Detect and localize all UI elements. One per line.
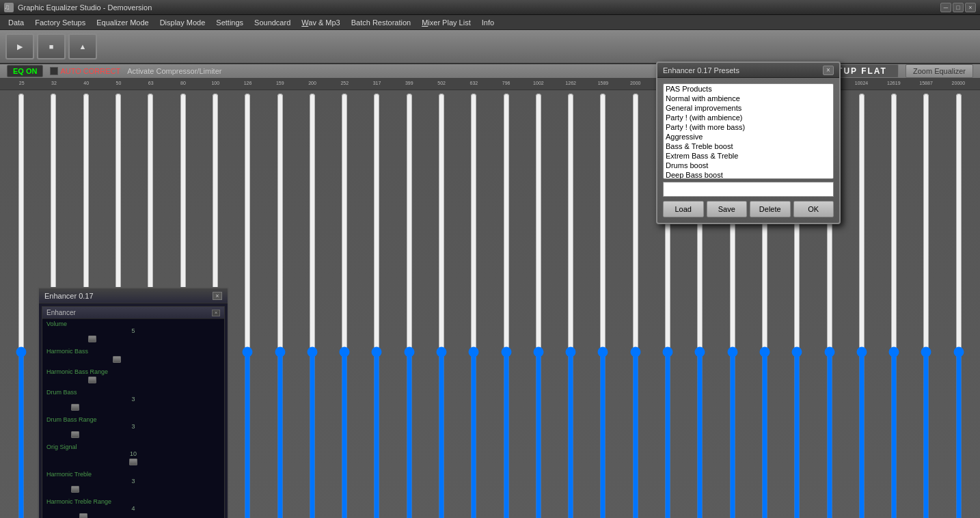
harmonic-bass-param: Harmonic Bass bbox=[42, 346, 224, 367]
orig-signal-param: Orig Signal 10 bbox=[42, 442, 224, 469]
presets-listbox[interactable]: PAS Products Normal with ambience Genera… bbox=[663, 83, 834, 179]
menu-wav-mp3[interactable]: Wav & Mp3 bbox=[296, 17, 345, 28]
enhancer-inner: Enhancer × Volume 5 Harmonic Bass Harmon… bbox=[42, 306, 225, 518]
menu-factory-setups[interactable]: Factory Setups bbox=[29, 17, 91, 28]
save-button[interactable]: Save bbox=[707, 201, 748, 217]
zoom-eq-button[interactable]: Zoom Equalizer bbox=[906, 64, 973, 78]
auto-correct-label: AUTO CORRECT bbox=[60, 67, 120, 75]
eq-slider-col-20000 bbox=[943, 93, 975, 518]
eq-band-slider-1262[interactable] bbox=[565, 93, 576, 518]
volume-param: Volume 5 bbox=[42, 319, 224, 346]
enhancer-panel: Enhancer 0.17 × Enhancer × Volume 5 Harm… bbox=[38, 287, 229, 518]
eq-band-slider-200[interactable] bbox=[307, 93, 318, 518]
dialog-titlebar: Enhancer 0.17 Presets × bbox=[657, 63, 839, 78]
drum-bass-label: Drum Bass bbox=[46, 389, 220, 396]
auto-correct: AUTO CORRECT bbox=[50, 67, 120, 75]
enhancer-inner-title-label: Enhancer bbox=[46, 309, 212, 316]
eq-band-slider-2000[interactable] bbox=[630, 93, 641, 518]
harmonic-bass-range-param: Harmonic Bass Range bbox=[42, 367, 224, 387]
drum-bass-range-label: Drum Bass Range bbox=[46, 416, 220, 423]
dialog-buttons: Load Save Delete OK bbox=[663, 201, 834, 217]
menu-batch-restoration[interactable]: Batch Restoration bbox=[346, 17, 416, 28]
minimize-button[interactable]: ─ bbox=[940, 3, 951, 12]
toolbar: ▶ ■ ▲ bbox=[0, 30, 980, 64]
drum-bass-range-param: Drum Bass Range 3 bbox=[42, 415, 224, 442]
drum-bass-range-slider[interactable] bbox=[46, 430, 220, 439]
drum-bass-param: Drum Bass 3 bbox=[42, 387, 224, 415]
eq-slider-col-796 bbox=[490, 93, 521, 518]
harmonic-bass-label: Harmonic Bass bbox=[46, 348, 220, 355]
dialog-body: PAS Products Normal with ambience Genera… bbox=[657, 78, 839, 223]
harmonic-treble-label: Harmonic Treble bbox=[46, 471, 220, 478]
stop-button[interactable]: ■ bbox=[37, 33, 66, 59]
preset-name-input[interactable] bbox=[663, 182, 834, 197]
harmonic-treble-param: Harmonic Treble 3 bbox=[42, 469, 224, 497]
eq-slider-col-1262 bbox=[555, 93, 586, 518]
menubar: Data Factory Setups Equalizer Mode Displ… bbox=[0, 15, 980, 30]
eq-band-slider-20000[interactable] bbox=[953, 93, 964, 518]
harmonic-treble-range-param: Harmonic Treble Range 4 bbox=[42, 497, 224, 518]
eq-slider-col-252 bbox=[329, 93, 360, 518]
eq-band-slider-796[interactable] bbox=[501, 93, 512, 518]
delete-button[interactable]: Delete bbox=[750, 201, 791, 217]
eq-band-slider-12619[interactable] bbox=[888, 93, 899, 518]
menu-data[interactable]: Data bbox=[3, 17, 29, 28]
menu-display-mode[interactable]: Display Mode bbox=[154, 17, 211, 28]
harmonic-treble-slider[interactable] bbox=[46, 485, 220, 494]
eq-slider-col-1589 bbox=[587, 93, 618, 518]
eq-band-slider-317[interactable] bbox=[371, 93, 382, 518]
eq-band-slider-159[interactable] bbox=[275, 93, 286, 518]
activate-limiter-label: Activate Compressor/Limiter bbox=[127, 67, 221, 75]
eq-band-slider-126[interactable] bbox=[242, 93, 253, 518]
app-icon: ♫ bbox=[4, 3, 14, 12]
menu-mixer-play-list[interactable]: Mixer Play List bbox=[416, 17, 476, 28]
dialog-title: Enhancer 0.17 Presets bbox=[663, 66, 823, 74]
eq-slider-col-502 bbox=[426, 93, 457, 518]
eq-slider-col-2000 bbox=[620, 93, 651, 518]
ok-button[interactable]: OK bbox=[793, 201, 834, 217]
titlebar: ♫ Graphic Equalizer Studio - Demoversion… bbox=[0, 0, 980, 15]
eq-band-slider-632[interactable] bbox=[468, 93, 479, 518]
dialog-close-button[interactable]: × bbox=[823, 66, 834, 75]
eq-slider-col-317 bbox=[361, 93, 392, 518]
harmonic-treble-range-slider[interactable] bbox=[46, 512, 220, 518]
enhancer-panel-titlebar: Enhancer 0.17 × bbox=[39, 288, 228, 303]
volume-label: Volume bbox=[46, 321, 220, 327]
load-button[interactable]: Load bbox=[663, 201, 704, 217]
eq-band-slider-502[interactable] bbox=[436, 93, 447, 518]
eq-slider-col-25 bbox=[5, 93, 37, 518]
eq-slider-col-632 bbox=[458, 93, 489, 518]
eq-band-slider-399[interactable] bbox=[404, 93, 415, 518]
eq-slider-col-200 bbox=[297, 93, 328, 518]
eq-slider-col-15887 bbox=[910, 93, 942, 518]
close-button[interactable]: × bbox=[965, 3, 976, 12]
enhancer-panel-close[interactable]: × bbox=[213, 292, 222, 300]
menu-settings[interactable]: Settings bbox=[210, 17, 249, 28]
eq-band-slider-1002[interactable] bbox=[533, 93, 544, 518]
eject-button[interactable]: ▲ bbox=[68, 33, 97, 59]
eq-band-slider-25[interactable] bbox=[16, 93, 27, 518]
eq-slider-col-1002 bbox=[523, 93, 554, 518]
orig-signal-label: Orig Signal bbox=[46, 444, 220, 450]
eq-on-button[interactable]: EQ ON bbox=[7, 65, 43, 77]
eq-slider-col-10024 bbox=[846, 93, 877, 518]
harmonic-bass-range-slider[interactable] bbox=[46, 375, 220, 385]
enhancer-presets-dialog: Enhancer 0.17 Presets × PAS Products Nor… bbox=[656, 62, 841, 224]
menu-soundcard[interactable]: Soundcard bbox=[249, 17, 296, 28]
app-title: Graphic Equalizer Studio - Demoversion bbox=[18, 3, 940, 12]
play-button[interactable]: ▶ bbox=[5, 33, 34, 59]
drum-bass-slider[interactable] bbox=[46, 403, 220, 412]
enhancer-inner-close[interactable]: × bbox=[212, 310, 220, 316]
eq-band-slider-1589[interactable] bbox=[597, 93, 608, 518]
enhancer-inner-titlebar: Enhancer × bbox=[42, 307, 224, 319]
eq-band-slider-15887[interactable] bbox=[921, 93, 931, 518]
orig-signal-slider[interactable] bbox=[46, 457, 220, 467]
eq-band-slider-10024[interactable] bbox=[856, 93, 867, 518]
eq-band-slider-252[interactable] bbox=[339, 93, 350, 518]
auto-correct-checkbox[interactable] bbox=[50, 67, 58, 75]
maximize-button[interactable]: □ bbox=[953, 3, 964, 12]
menu-info[interactable]: Info bbox=[476, 17, 500, 28]
menu-equalizer-mode[interactable]: Equalizer Mode bbox=[91, 17, 154, 28]
harmonic-bass-slider[interactable] bbox=[46, 355, 220, 364]
volume-slider[interactable] bbox=[46, 334, 220, 344]
